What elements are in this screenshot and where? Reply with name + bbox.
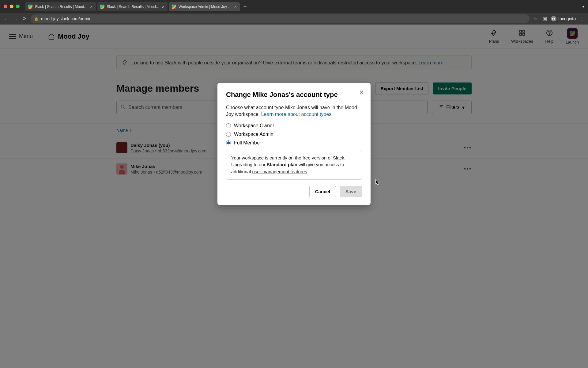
radio-workspace-owner[interactable]: Workspace Owner bbox=[226, 123, 362, 128]
tab-close-icon[interactable]: × bbox=[90, 4, 92, 9]
browser-url-bar: ← → ⟳ 🔒 mood-joy.slack.com/admin ☆ ▣ 🕶 I… bbox=[0, 13, 588, 25]
back-icon[interactable]: ← bbox=[3, 16, 9, 21]
user-management-features-link[interactable]: user management features bbox=[252, 169, 307, 174]
incognito-icon: 🕶 bbox=[551, 16, 556, 21]
tab-title: Slack | Search Results | Mood… bbox=[35, 5, 88, 9]
kebab-menu-icon[interactable]: ⋮ bbox=[579, 16, 585, 21]
star-icon[interactable]: ☆ bbox=[533, 16, 539, 21]
window-min-icon[interactable] bbox=[10, 5, 13, 8]
modal-description: Choose what account type Mike Jonas will… bbox=[226, 104, 362, 118]
window-close-icon[interactable] bbox=[4, 5, 7, 8]
browser-tab-active[interactable]: Workspace Admin | Mood Joy … × bbox=[169, 2, 240, 11]
tabs-overflow-icon[interactable]: ▾ bbox=[582, 4, 584, 9]
modal-title: Change Mike Jonas's account type bbox=[226, 91, 362, 99]
url-text: mood-joy.slack.com/admin bbox=[41, 16, 92, 21]
modal-overlay[interactable]: Change Mike Jonas's account type ✕ Choos… bbox=[0, 25, 588, 368]
radio-workspace-admin[interactable]: Workspace Admin bbox=[226, 132, 362, 137]
window-max-icon[interactable] bbox=[16, 5, 20, 8]
tab-close-icon[interactable]: × bbox=[234, 4, 237, 9]
reload-icon[interactable]: ⟳ bbox=[21, 16, 28, 21]
tab-title: Slack | Search Results | Mood… bbox=[107, 5, 160, 9]
radio-input[interactable] bbox=[226, 123, 231, 128]
browser-tab[interactable]: Slack | Search Results | Mood… × bbox=[97, 2, 168, 11]
incognito-label: Incognito bbox=[558, 16, 576, 21]
upgrade-notice: Your workspace is currently on the free … bbox=[226, 150, 362, 180]
lock-icon: 🔒 bbox=[34, 17, 39, 21]
incognito-indicator[interactable]: 🕶 Incognito bbox=[551, 16, 576, 21]
panel-icon[interactable]: ▣ bbox=[542, 16, 548, 21]
tab-title: Workspace Admin | Mood Joy … bbox=[179, 5, 232, 9]
slack-favicon-icon bbox=[100, 5, 104, 9]
save-button[interactable]: Save bbox=[340, 186, 362, 197]
radio-input[interactable] bbox=[226, 140, 231, 145]
account-type-radio-group: Workspace Owner Workspace Admin Full Mem… bbox=[226, 123, 362, 146]
forward-icon[interactable]: → bbox=[12, 16, 18, 21]
tab-close-icon[interactable]: × bbox=[162, 4, 164, 9]
modal-close-button[interactable]: ✕ bbox=[359, 89, 364, 96]
slack-favicon-icon bbox=[28, 5, 32, 9]
browser-tab-bar: Slack | Search Results | Mood… × Slack |… bbox=[0, 0, 588, 13]
change-account-type-modal: Change Mike Jonas's account type ✕ Choos… bbox=[217, 83, 371, 205]
learn-more-account-types-link[interactable]: Learn more about account types bbox=[261, 112, 331, 117]
cancel-button[interactable]: Cancel bbox=[309, 186, 336, 197]
slack-favicon-icon bbox=[172, 5, 176, 9]
browser-tab[interactable]: Slack | Search Results | Mood… × bbox=[25, 2, 96, 11]
radio-input[interactable] bbox=[226, 132, 231, 137]
window-controls bbox=[4, 5, 20, 8]
radio-full-member[interactable]: Full Member bbox=[226, 140, 362, 146]
radio-label: Full Member bbox=[234, 140, 261, 146]
url-input[interactable]: 🔒 mood-joy.slack.com/admin bbox=[31, 14, 530, 23]
radio-label: Workspace Admin bbox=[234, 132, 273, 137]
new-tab-button[interactable]: + bbox=[243, 3, 247, 10]
radio-label: Workspace Owner bbox=[234, 123, 274, 128]
